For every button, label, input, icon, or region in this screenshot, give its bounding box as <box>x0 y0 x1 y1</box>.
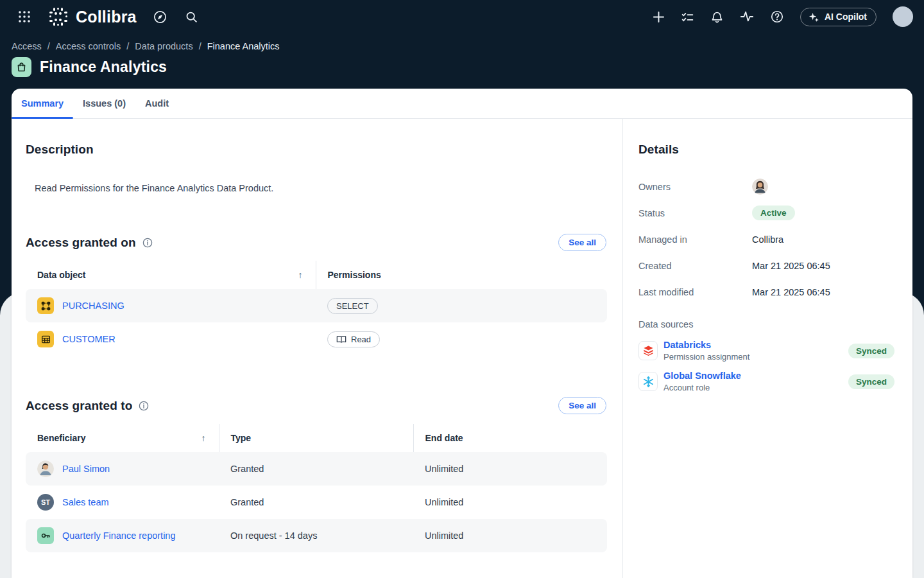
created-field: Created Mar 21 2025 06:45 <box>638 252 897 279</box>
managed-in-field: Managed in Collibra <box>638 226 897 252</box>
see-all-granted-to-button[interactable]: See all <box>558 397 606 414</box>
access-granted-on-table: Data object ↑ Permissions <box>26 261 607 356</box>
data-source-link[interactable]: Databricks <box>663 340 749 350</box>
breadcrumb-current: Finance Analytics <box>207 41 280 51</box>
access-granted-to-table: Beneficiary ↑ Type End date <box>26 424 607 552</box>
synced-badge: Synced <box>848 344 894 358</box>
tab-summary[interactable]: Summary <box>12 89 73 118</box>
permission-label: SELECT <box>336 301 369 311</box>
owners-field: Owners <box>638 173 897 200</box>
top-navigation: Collibra <box>0 0 924 33</box>
key-icon <box>37 527 54 544</box>
managed-in-value: Collibra <box>752 234 783 245</box>
table-row: Paul Simon Granted Unlimited <box>26 452 607 486</box>
table-row: PURCHASING SELECT <box>26 289 607 322</box>
permission-badge: SELECT <box>327 298 378 314</box>
created-value: Mar 21 2025 06:45 <box>752 261 830 271</box>
data-source-link[interactable]: Global Snowflake <box>663 371 741 381</box>
data-source-item: Databricks Permission assignment Synced <box>638 340 897 362</box>
managed-in-label: Managed in <box>638 234 752 245</box>
breadcrumb-access[interactable]: Access <box>12 41 42 51</box>
end-date: Unlimited <box>425 530 463 541</box>
owner-avatar[interactable] <box>752 179 768 195</box>
data-object-link[interactable]: PURCHASING <box>62 301 124 311</box>
user-photo-avatar <box>37 460 54 477</box>
column-end-date[interactable]: End date <box>413 424 607 452</box>
created-label: Created <box>638 261 752 271</box>
status-field: Status Active <box>638 200 897 226</box>
permission-label: Read <box>351 335 371 344</box>
snowflake-logo-icon <box>638 372 658 391</box>
last-modified-value: Mar 21 2025 06:45 <box>752 287 830 297</box>
synced-badge: Synced <box>848 374 894 389</box>
help-icon[interactable] <box>770 10 784 24</box>
data-source-subtitle: Account role <box>663 383 741 392</box>
ai-copilot-button[interactable]: AI Copilot <box>800 8 877 26</box>
access-granted-on-heading: Access granted on <box>26 236 136 250</box>
sort-ascending-icon[interactable]: ↑ <box>201 433 206 443</box>
tab-audit[interactable]: Audit <box>135 89 178 118</box>
grant-type: On request - 14 days <box>230 530 317 541</box>
tasks-checklist-icon[interactable] <box>681 10 694 24</box>
column-data-object[interactable]: Data object <box>37 270 85 280</box>
details-heading: Details <box>638 143 912 157</box>
see-all-granted-on-button[interactable]: See all <box>558 234 606 251</box>
column-type[interactable]: Type <box>219 424 413 452</box>
end-date: Unlimited <box>425 497 463 507</box>
info-icon[interactable] <box>142 238 153 248</box>
collibra-app: Collibra <box>0 0 924 578</box>
access-granted-to-heading: Access granted to <box>26 399 132 413</box>
permission-badge: Read <box>327 331 380 347</box>
status-label: Status <box>638 208 752 218</box>
description-heading: Description <box>26 143 622 157</box>
schema-icon <box>37 297 54 314</box>
info-icon[interactable] <box>139 401 149 411</box>
explore-compass-icon[interactable] <box>153 10 167 24</box>
sparkles-icon <box>809 12 819 22</box>
user-avatar[interactable] <box>893 6 913 27</box>
breadcrumb-data-products[interactable]: Data products <box>135 41 193 51</box>
shopping-bag-icon <box>12 57 31 77</box>
description-text: Read Permissions for the Finance Analyti… <box>35 183 622 193</box>
column-permissions[interactable]: Permissions <box>316 261 607 289</box>
breadcrumb-separator: / <box>126 41 129 51</box>
beneficiary-link[interactable]: Paul Simon <box>62 464 110 474</box>
notifications-bell-icon[interactable] <box>710 10 724 24</box>
breadcrumb-separator: / <box>47 41 50 51</box>
activity-pulse-icon[interactable] <box>740 10 754 24</box>
collibra-home-link[interactable]: Collibra <box>48 6 137 27</box>
sort-ascending-icon[interactable]: ↑ <box>298 270 303 280</box>
brand-name: Collibra <box>76 8 137 26</box>
summary-main-column: Description Read Permissions for the Fin… <box>12 119 623 578</box>
table-row: CUSTOMER <box>26 322 607 356</box>
data-sources-label: Data sources <box>638 311 897 337</box>
table-row: ST Sales team Granted Unlimited <box>26 486 607 519</box>
details-panel: Details Owners <box>623 119 912 578</box>
table-icon <box>37 331 54 347</box>
grant-type: Granted <box>230 464 264 474</box>
breadcrumb: Access / Access controls / Data products… <box>12 41 280 51</box>
column-beneficiary[interactable]: Beneficiary <box>37 433 85 443</box>
databricks-logo-icon <box>638 341 658 360</box>
status-badge: Active <box>752 206 795 220</box>
breadcrumb-separator: / <box>199 41 201 51</box>
page-title-row: Finance Analytics <box>12 57 167 77</box>
beneficiary-link[interactable]: Quarterly Finance reporting <box>62 530 176 541</box>
collibra-logo-icon <box>48 6 69 27</box>
tab-issues[interactable]: Issues (0) <box>73 89 135 118</box>
data-source-subtitle: Permission assignment <box>663 352 749 362</box>
plus-icon[interactable] <box>653 11 665 23</box>
data-object-link[interactable]: CUSTOMER <box>62 334 116 344</box>
search-icon[interactable] <box>185 10 198 24</box>
owners-label: Owners <box>638 182 752 192</box>
grant-type: Granted <box>230 497 264 507</box>
beneficiary-link[interactable]: Sales team <box>62 497 109 507</box>
table-row: Quarterly Finance reporting On request -… <box>26 519 607 552</box>
end-date: Unlimited <box>425 464 463 474</box>
breadcrumb-access-controls[interactable]: Access controls <box>56 41 121 51</box>
ai-copilot-label: AI Copilot <box>825 12 867 22</box>
asset-card: Summary Issues (0) Audit Description Rea… <box>12 89 912 578</box>
tab-bar: Summary Issues (0) Audit <box>12 89 912 119</box>
apps-grid-icon[interactable] <box>18 10 31 23</box>
last-modified-label: Last modified <box>638 287 752 297</box>
